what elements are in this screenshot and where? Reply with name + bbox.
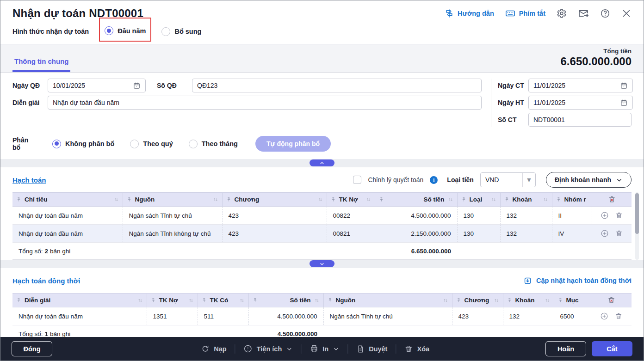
ngay-qd-input[interactable]	[53, 82, 130, 89]
dien-giai-input[interactable]	[53, 99, 477, 106]
col-chuong[interactable]: Chương	[452, 294, 503, 307]
delete-button[interactable]: Xóa	[404, 345, 429, 353]
save-button[interactable]: Cắt	[592, 341, 632, 356]
signpost-icon	[445, 9, 454, 18]
ngay-ct-field[interactable]	[528, 79, 633, 92]
col-khoan[interactable]: Khoản	[500, 193, 552, 207]
ngay-ht-input[interactable]	[533, 99, 617, 106]
print-button[interactable]: In	[310, 344, 339, 353]
total-label: Tổng tiền	[561, 48, 632, 55]
col-tk-no[interactable]: TK Nợ	[147, 294, 198, 307]
so-ct-input[interactable]	[533, 116, 626, 123]
delete-all-icon[interactable]	[596, 196, 628, 203]
col-chi-tieu[interactable]: Chỉ tiêu	[12, 193, 123, 207]
delete-row-icon[interactable]	[615, 212, 623, 219]
radio-selected-dot	[105, 26, 113, 35]
add-row-icon[interactable]	[600, 312, 608, 320]
col-so-tien[interactable]: Số tiền	[248, 294, 323, 307]
add-row-icon[interactable]	[601, 211, 609, 220]
accounting-title-link[interactable]: Hạch toán	[12, 176, 46, 184]
settings-button[interactable]	[557, 8, 567, 18]
radio-dau-nam[interactable]: Đầu năm	[105, 26, 146, 35]
chevron-down-icon	[286, 346, 292, 352]
utilities-button[interactable]: Tiện ích	[244, 344, 293, 353]
allocation-row: Phân bổ Không phân bổ Theo quý Theo thán…	[0, 133, 644, 159]
radio-theo-quy[interactable]: Theo quý	[130, 140, 173, 148]
record-count: Tổng số:1bản ghi	[19, 330, 70, 337]
guide-link[interactable]: Hướng dẫn	[445, 9, 494, 18]
col-tk-co[interactable]: TK Có	[198, 294, 248, 307]
so-ct-label: Số CT	[498, 116, 528, 123]
update-simultaneous-link[interactable]: Cập nhật hạch toán đồng thời	[523, 276, 632, 285]
delete-row-icon[interactable]	[615, 230, 623, 237]
radio-bo-sung[interactable]: Bổ sung	[161, 27, 201, 36]
so-qd-input[interactable]	[197, 82, 477, 89]
adjust-settlement-checkbox[interactable]	[353, 176, 361, 184]
currency-select[interactable]: VND ▼	[480, 172, 536, 187]
chevron-down-icon	[333, 346, 339, 352]
simultaneous-section: Hạch toán đồng thời Cập nhật hạch toán đ…	[0, 268, 644, 343]
collapse-down-button[interactable]	[310, 260, 334, 267]
delete-row-icon[interactable]	[615, 312, 622, 320]
page-title: Nhận dự toán NDT00001	[12, 7, 143, 20]
col-khoan[interactable]: Khoản	[503, 294, 554, 307]
table-row[interactable]: Nhận dự toán đầu năm Ngân sách Tỉnh khôn…	[12, 225, 632, 243]
calendar-icon[interactable]	[620, 81, 628, 90]
postpone-button[interactable]: Hoãn	[545, 341, 586, 356]
footer-bar: Đóng Nạp Tiện ích In Duyệt Xóa Hoãn	[0, 337, 644, 361]
chevron-up-icon	[319, 160, 325, 166]
title-bar: Nhận dự toán NDT00001 Hướng dẫn Phím tắt	[0, 0, 644, 22]
reload-button[interactable]: Nạp	[201, 344, 226, 353]
printer-icon	[310, 344, 318, 353]
col-nguon[interactable]: Nguồn	[323, 294, 452, 307]
add-row-icon[interactable]	[601, 229, 609, 238]
help-icon	[600, 8, 610, 18]
dien-giai-field[interactable]	[48, 96, 482, 110]
col-nguon[interactable]: Nguồn	[123, 193, 222, 207]
approve-button[interactable]: Duyệt	[356, 345, 387, 353]
col-chuong[interactable]: Chương	[222, 193, 327, 207]
info-icon[interactable]: i	[430, 176, 438, 184]
calendar-icon[interactable]	[133, 81, 141, 90]
delete-all-icon[interactable]	[595, 296, 628, 304]
help-button[interactable]	[600, 8, 610, 18]
ngay-ct-input[interactable]	[533, 82, 617, 89]
close-form-button[interactable]: Đóng	[12, 341, 52, 356]
scrollbar-thumb[interactable]	[635, 193, 639, 234]
simultaneous-title-link[interactable]: Hạch toán đồng thời	[12, 277, 80, 285]
mail-icon	[578, 8, 589, 19]
col-so-tien[interactable]: Số tiền	[375, 193, 457, 207]
allocation-label: Phân bổ	[12, 136, 37, 151]
dien-giai-label: Diễn giải	[12, 99, 48, 106]
tab-thong-tin-chung[interactable]: Thông tin chung	[12, 52, 70, 72]
table-row[interactable]: Nhận dự toán đầu năm 1351 511 4.500.000.…	[12, 307, 632, 325]
calendar-icon[interactable]	[620, 98, 628, 107]
shortcuts-link[interactable]: Phím tắt	[505, 8, 545, 18]
radio-dot	[161, 27, 170, 36]
close-button[interactable]	[621, 8, 632, 18]
col-nhom[interactable]: Nhóm r	[552, 193, 592, 207]
form-section: Ngày QĐ Số QĐ Diễn giải Ngày CT	[0, 73, 644, 133]
table-row[interactable]: Nhận dự toán đầu năm Ngân sách Tỉnh tự c…	[12, 207, 632, 225]
so-ct-field[interactable]	[528, 113, 632, 127]
col-muc[interactable]: Mục	[554, 294, 591, 307]
simultaneous-table: Diễn giải TK Nợ TK Có Số tiền Nguồn Chươ…	[12, 293, 632, 343]
radio-khong-phan-bo[interactable]: Không phân bổ	[52, 140, 114, 148]
collapse-band	[0, 260, 644, 268]
table-scrollbar[interactable]	[635, 192, 639, 260]
total-value: 6.650.000.000	[561, 55, 632, 68]
ngay-ht-field[interactable]	[528, 96, 633, 110]
col-dien-giai[interactable]: Diễn giải	[12, 294, 147, 307]
col-loai[interactable]: Loại	[457, 193, 500, 207]
table-total: 6.650.000.000	[375, 243, 457, 260]
ngay-qd-field[interactable]	[48, 79, 146, 92]
col-tk-no[interactable]: TK Nợ	[327, 193, 375, 207]
feedback-button[interactable]	[578, 8, 589, 19]
select-arrow[interactable]: ▼	[522, 173, 535, 187]
radio-theo-thang[interactable]: Theo tháng	[189, 140, 238, 148]
so-qd-field[interactable]	[192, 79, 482, 92]
collapse-up-button[interactable]	[310, 159, 334, 166]
auto-allocate-button[interactable]: Tự động phân bổ	[255, 136, 331, 152]
quick-entry-button[interactable]: Định khoản nhanh	[546, 172, 632, 188]
table-summary-row: Tổng số:2bản ghi 6.650.000.000	[12, 243, 632, 260]
